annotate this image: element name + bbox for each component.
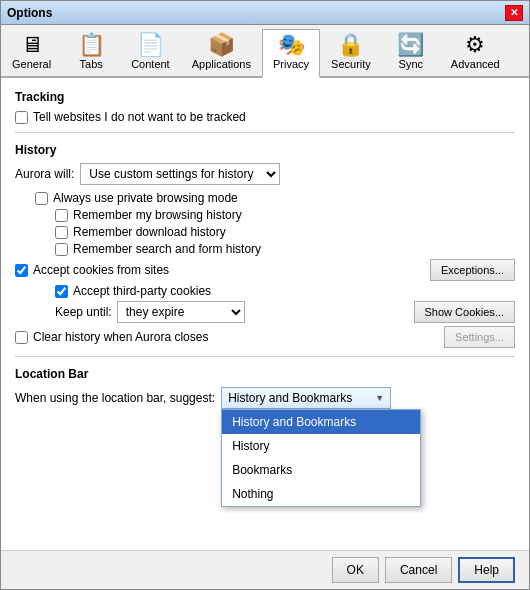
help-button[interactable]: Help xyxy=(458,557,515,583)
window-title: Options xyxy=(7,6,52,20)
accept-cookies-left: Accept cookies from sites xyxy=(15,263,169,277)
dropdown-item-bookmarks[interactable]: Bookmarks xyxy=(222,458,420,482)
do-not-track-label: Tell websites I do not want to be tracke… xyxy=(33,110,246,124)
tab-security-label: Security xyxy=(331,58,371,70)
suggest-dropdown-wrapper: History and Bookmarks ▼ History and Book… xyxy=(221,387,391,409)
remember-search-checkbox[interactable] xyxy=(55,243,68,256)
chevron-down-icon: ▼ xyxy=(375,393,384,403)
do-not-track-checkbox[interactable] xyxy=(15,111,28,124)
accept-cookies-label: Accept cookies from sites xyxy=(33,263,169,277)
exceptions-button[interactable]: Exceptions... xyxy=(430,259,515,281)
tab-advanced[interactable]: ⚙ Advanced xyxy=(440,29,511,76)
suggest-dropdown-menu: History and Bookmarks History Bookmarks … xyxy=(221,409,421,507)
clear-history-label: Clear history when Aurora closes xyxy=(33,330,208,344)
always-private-row: Always use private browsing mode xyxy=(15,191,515,205)
accept-third-party-label: Accept third-party cookies xyxy=(73,284,211,298)
tab-sync[interactable]: 🔄 Sync xyxy=(382,29,440,76)
show-cookies-button[interactable]: Show Cookies... xyxy=(414,301,515,323)
tab-tabs[interactable]: 📋 Tabs xyxy=(62,29,120,76)
general-icon: 🖥 xyxy=(21,34,43,56)
tab-privacy[interactable]: 🎭 Privacy xyxy=(262,29,320,78)
tab-advanced-label: Advanced xyxy=(451,58,500,70)
ok-button[interactable]: OK xyxy=(332,557,379,583)
security-icon: 🔒 xyxy=(337,34,364,56)
remember-browsing-checkbox[interactable] xyxy=(55,209,68,222)
remember-search-row: Remember search and form history xyxy=(15,242,515,256)
aurora-will-row: Aurora will: Use custom settings for his… xyxy=(15,163,515,185)
tab-content-label: Content xyxy=(131,58,170,70)
content-icon: 📄 xyxy=(137,34,164,56)
always-private-checkbox[interactable] xyxy=(35,192,48,205)
history-section-title: History xyxy=(15,143,515,157)
keep-until-full-row: Keep until: they expire I close Firefox … xyxy=(15,301,515,323)
clear-history-row: Clear history when Aurora closes Setting… xyxy=(15,326,515,348)
advanced-icon: ⚙ xyxy=(465,34,485,56)
aurora-will-label: Aurora will: xyxy=(15,167,74,181)
sync-icon: 🔄 xyxy=(397,34,424,56)
applications-icon: 📦 xyxy=(208,34,235,56)
remember-browsing-label: Remember my browsing history xyxy=(73,208,242,222)
cancel-button[interactable]: Cancel xyxy=(385,557,452,583)
tab-general-label: General xyxy=(12,58,51,70)
tabs-bar: 🖥 General 📋 Tabs 📄 Content 📦 Application… xyxy=(1,25,529,78)
tab-general[interactable]: 🖥 General xyxy=(1,29,62,76)
remember-browsing-row: Remember my browsing history xyxy=(15,208,515,222)
tab-privacy-label: Privacy xyxy=(273,58,309,70)
accept-cookies-row: Accept cookies from sites Exceptions... xyxy=(15,259,515,281)
remember-search-label: Remember search and form history xyxy=(73,242,261,256)
close-button[interactable]: ✕ xyxy=(505,5,523,21)
clear-history-left: Clear history when Aurora closes xyxy=(15,330,208,344)
keep-until-label: Keep until: xyxy=(55,305,112,319)
privacy-icon: 🎭 xyxy=(278,34,305,56)
remember-download-label: Remember download history xyxy=(73,225,226,239)
tab-content[interactable]: 📄 Content xyxy=(120,29,181,76)
remember-download-row: Remember download history xyxy=(15,225,515,239)
content-area: Tracking Tell websites I do not want to … xyxy=(1,78,529,550)
do-not-track-row: Tell websites I do not want to be tracke… xyxy=(15,110,515,124)
history-select[interactable]: Use custom settings for history xyxy=(80,163,280,185)
accept-cookies-checkbox[interactable] xyxy=(15,264,28,277)
keep-until-select[interactable]: they expire I close Firefox ask me every… xyxy=(117,301,245,323)
always-private-label: Always use private browsing mode xyxy=(53,191,238,205)
when-using-label: When using the location bar, suggest: xyxy=(15,391,215,405)
dropdown-item-history[interactable]: History xyxy=(222,434,420,458)
tabs-icon: 📋 xyxy=(78,34,105,56)
tab-tabs-label: Tabs xyxy=(80,58,103,70)
bottom-bar: OK Cancel Help xyxy=(1,550,529,589)
clear-history-checkbox[interactable] xyxy=(15,331,28,344)
dropdown-item-nothing[interactable]: Nothing xyxy=(222,482,420,506)
options-window: Options ✕ 🖥 General 📋 Tabs 📄 Content 📦 A… xyxy=(0,0,530,590)
dropdown-item-history-bookmarks[interactable]: History and Bookmarks xyxy=(222,410,420,434)
suggest-selected: History and Bookmarks xyxy=(228,391,352,405)
suggest-dropdown-button[interactable]: History and Bookmarks ▼ xyxy=(221,387,391,409)
location-bar-row: When using the location bar, suggest: Hi… xyxy=(15,387,515,409)
tab-security[interactable]: 🔒 Security xyxy=(320,29,382,76)
tab-sync-label: Sync xyxy=(399,58,423,70)
tab-applications[interactable]: 📦 Applications xyxy=(181,29,262,76)
divider-1 xyxy=(15,132,515,133)
remember-download-checkbox[interactable] xyxy=(55,226,68,239)
location-bar-section-title: Location Bar xyxy=(15,367,515,381)
divider-2 xyxy=(15,356,515,357)
title-bar: Options ✕ xyxy=(1,1,529,25)
settings-button[interactable]: Settings... xyxy=(444,326,515,348)
keep-until-row: Keep until: they expire I close Firefox … xyxy=(55,301,245,323)
tab-applications-label: Applications xyxy=(192,58,251,70)
accept-third-party-row: Accept third-party cookies xyxy=(15,284,515,298)
tracking-section-title: Tracking xyxy=(15,90,515,104)
accept-third-party-checkbox[interactable] xyxy=(55,285,68,298)
